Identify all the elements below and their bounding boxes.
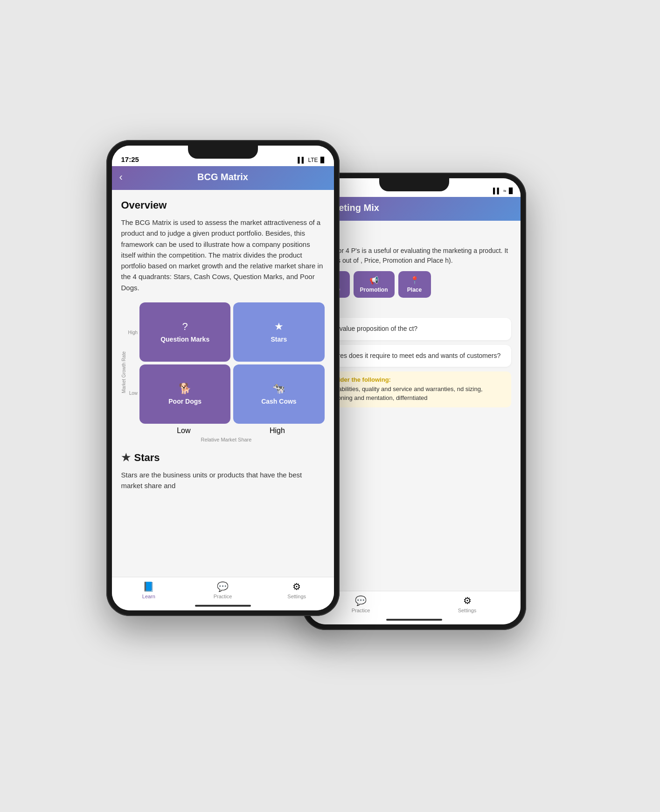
status-time: 17:25 xyxy=(121,155,139,163)
phone2-signal-icon: ▌▌ xyxy=(493,188,501,194)
phone2-battery-icon: ▉ xyxy=(509,188,513,194)
phone1-header: ‹ BCG Matrix xyxy=(112,166,334,190)
y-low-label: Low xyxy=(128,391,138,396)
phone1-home-bar xyxy=(195,605,251,607)
x-axis-label: Relative Market Share xyxy=(128,437,325,442)
phone2-pill-row: $ Price 📢 Promotion 📍 Place xyxy=(317,271,511,298)
phone2-status-icons: ▌▌ ≈ ▉ xyxy=(493,188,513,194)
matrix-grid: ? Question Marks ★ Stars xyxy=(139,302,324,424)
settings-icon: ⚙ xyxy=(463,595,472,606)
cell-poor-dogs[interactable]: 🐕 Poor Dogs xyxy=(139,364,230,424)
practice-icon: 💬 xyxy=(217,581,229,592)
phone2-overview-text: ng Mix or 4 P's is a useful or evaluatin… xyxy=(317,246,511,266)
phone1-title: BCG Matrix xyxy=(197,172,248,182)
signal-icon: ▌▌ xyxy=(298,157,306,163)
stars-label: Stars xyxy=(271,336,287,343)
consider-label: Consider the following: xyxy=(324,376,505,383)
stars-section-text: Stars are the business units or products… xyxy=(121,469,325,491)
settings-icon: ⚙ xyxy=(292,581,301,592)
settings-label: Settings xyxy=(458,608,477,613)
overview-body: The BCG Matrix is used to assess the mar… xyxy=(121,217,325,293)
nav-learn[interactable]: 📘 Learn xyxy=(112,581,186,599)
phone1-status-icons: ▌▌ LTE ▉ xyxy=(298,157,324,163)
scene: ▌▌ ≈ ▉ Marketing Mix y ng Mix or 4 P's i… xyxy=(97,126,563,686)
promotion-icon: 📢 xyxy=(369,276,379,285)
cell-stars[interactable]: ★ Stars xyxy=(233,302,324,362)
network-label: LTE xyxy=(308,157,318,163)
back-button[interactable]: ‹ xyxy=(119,171,123,183)
x-high-label: High xyxy=(270,427,285,435)
phone1-home-indicator xyxy=(112,601,334,610)
battery-icon: ▉ xyxy=(320,157,325,163)
consider-box: Consider the following: d capabilities, … xyxy=(317,371,511,407)
phone1-bottom-nav: 📘 Learn 💬 Practice ⚙ Settings xyxy=(112,577,334,601)
question-marks-label: Question Marks xyxy=(160,336,209,343)
phone2-header: Marketing Mix xyxy=(308,197,521,221)
settings-label: Settings xyxy=(287,594,306,599)
learn-label: Learn xyxy=(142,594,155,599)
consider-text: d capabilities, quality and service and … xyxy=(324,385,505,403)
poor-dogs-label: Poor Dogs xyxy=(168,398,201,405)
phone2-bottom-nav: 💬 Practice ⚙ Settings xyxy=(308,591,521,615)
phone-1-screen: 17:25 ▌▌ LTE ▉ ‹ BCG Matrix Overview xyxy=(112,146,334,610)
question-marks-icon: ? xyxy=(182,321,188,333)
cell-cash-cows[interactable]: 🐄 Cash Cows xyxy=(233,364,324,424)
practice-icon: 💬 xyxy=(355,595,367,606)
nav-practice[interactable]: 💬 Practice xyxy=(186,581,260,599)
practice-label: Practice xyxy=(214,594,232,599)
stars-section-title: ★ Stars xyxy=(121,452,325,464)
product-section-title: ct xyxy=(317,303,511,314)
y-axis-group: Market Growth Rate xyxy=(121,312,126,433)
learn-icon: 📘 xyxy=(143,581,154,592)
promotion-pill[interactable]: 📢 Promotion xyxy=(354,271,395,298)
place-pill[interactable]: 📍 Place xyxy=(398,271,431,298)
cell-question-marks[interactable]: ? Question Marks xyxy=(139,302,230,362)
phone2-notch xyxy=(379,178,449,191)
place-label: Place xyxy=(407,287,422,293)
stars-section-icon: ★ xyxy=(121,452,131,464)
place-icon: 📍 xyxy=(410,276,419,285)
question-card-1: s the value proposition of the ct? xyxy=(317,318,511,340)
cash-cows-icon: 🐄 xyxy=(272,383,285,395)
y-axis-label: Market Growth Rate xyxy=(121,351,126,393)
poor-dogs-icon: 🐕 xyxy=(179,383,191,395)
phone2-home-bar xyxy=(386,619,442,621)
phone2-content: y ng Mix or 4 P's is a useful or evaluat… xyxy=(308,221,521,591)
y-high-label: High xyxy=(128,330,138,335)
nav-settings[interactable]: ⚙ Settings xyxy=(260,581,334,599)
phone2-section-title: y xyxy=(317,230,511,242)
cash-cows-label: Cash Cows xyxy=(261,398,296,405)
phone-1: 17:25 ▌▌ LTE ▉ ‹ BCG Matrix Overview xyxy=(106,140,340,616)
x-low-label: Low xyxy=(177,427,190,435)
matrix-with-y-labels: High Low ? Question Marks xyxy=(128,302,325,424)
promotion-label: Promotion xyxy=(360,287,388,293)
phone2-home-indicator xyxy=(308,615,521,624)
question-2-text: features does it require to meet eds and… xyxy=(324,352,501,359)
phone1-notch xyxy=(188,146,258,159)
overview-title: Overview xyxy=(121,199,325,211)
bcg-matrix-container: Market Growth Rate High Low xyxy=(121,302,325,442)
stars-icon: ★ xyxy=(274,321,284,333)
scroll-content[interactable]: Overview The BCG Matrix is used to asses… xyxy=(112,190,334,577)
practice-label: Practice xyxy=(352,608,370,613)
y-side-labels: High Low xyxy=(128,302,138,424)
stars-section-label: Stars xyxy=(134,452,160,464)
phone-2-screen: ▌▌ ≈ ▉ Marketing Mix y ng Mix or 4 P's i… xyxy=(308,178,521,624)
x-labels-row: Low High xyxy=(128,427,325,435)
question-card-2: features does it require to meet eds and… xyxy=(317,345,511,367)
phone2-nav-settings[interactable]: ⚙ Settings xyxy=(414,595,521,613)
matrix-right-col: High Low ? Question Marks xyxy=(128,302,325,442)
phone2-wifi-icon: ≈ xyxy=(503,188,507,194)
